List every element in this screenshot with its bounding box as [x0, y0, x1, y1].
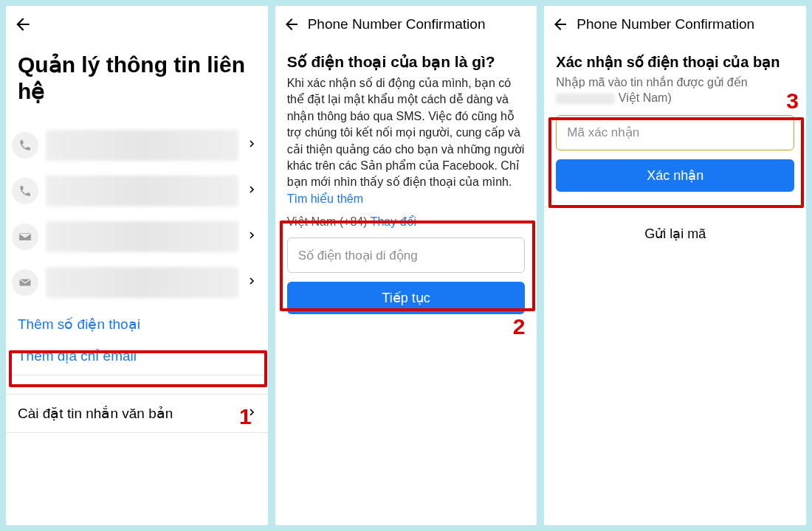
phone-number-input[interactable]: Số điện thoại di động — [287, 237, 526, 273]
explanation-text: Khi xác nhận số di động của mình, bạn có… — [287, 77, 525, 188]
body: Xác nhận số điện thoại của bạn Nhập mã v… — [544, 43, 806, 192]
code-placeholder: Mã xác nhận — [567, 125, 639, 140]
header-title: Phone Number Confirmation — [308, 16, 486, 32]
explanation-paragraph: Khi xác nhận số di động của mình, bạn có… — [287, 75, 526, 207]
redacted-number — [556, 94, 615, 104]
subtitle-post: Việt Nam) — [619, 91, 672, 104]
mail-icon — [12, 223, 38, 250]
contact-row-phone[interactable] — [6, 168, 268, 214]
page-title: Quản lý thông tin liên hệ — [6, 43, 268, 122]
sms-settings-row[interactable]: Cài đặt tin nhắn văn bản — [6, 394, 268, 433]
header-bar: Phone Number Confirmation — [544, 6, 806, 43]
header-bar — [6, 6, 268, 43]
confirm-label: Xác nhận — [647, 167, 703, 184]
divider — [6, 375, 268, 394]
change-country-link[interactable]: Thay đổi — [371, 215, 416, 228]
screen-phone-entry: Phone Number Confirmation Số điện thoại … — [275, 6, 537, 525]
phone-placeholder: Số điện thoại di động — [298, 248, 418, 263]
question-heading: Số điện thoại của bạn là gì? — [287, 53, 526, 71]
learn-more-link[interactable]: Tìm hiểu thêm — [287, 192, 363, 205]
sms-settings-label: Cài đặt tin nhắn văn bản — [18, 405, 173, 422]
back-arrow-icon[interactable] — [283, 15, 300, 33]
chevron-right-icon — [246, 138, 258, 153]
add-phone-link[interactable]: Thêm số điện thoại — [6, 305, 268, 343]
continue-button[interactable]: Tiếp tục — [287, 282, 526, 314]
contact-row-email[interactable] — [6, 214, 268, 260]
chevron-right-icon — [246, 229, 258, 244]
phone-icon — [12, 178, 38, 204]
resend-label: Gửi lại mã — [644, 226, 706, 242]
confirm-heading: Xác nhận số điện thoại của bạn — [556, 53, 794, 71]
screen-contact-management: Quản lý thông tin liên hệ — [6, 6, 268, 525]
phone-icon — [12, 132, 38, 159]
header-title: Phone Number Confirmation — [577, 16, 754, 32]
header-bar: Phone Number Confirmation — [275, 6, 537, 43]
country-prefix: Việt Nam (+84) — [287, 215, 368, 228]
back-arrow-icon[interactable] — [551, 15, 569, 33]
confirm-button[interactable]: Xác nhận — [556, 159, 794, 192]
country-code-line: Việt Nam (+84) Thay đổi — [287, 215, 526, 229]
continue-label: Tiếp tục — [382, 290, 430, 306]
back-arrow-icon[interactable] — [13, 15, 32, 34]
body: Số điện thoại của bạn là gì? Khi xác nhậ… — [275, 43, 537, 314]
contact-row-phone[interactable] — [6, 122, 268, 168]
redacted-value — [46, 176, 238, 206]
mail-icon — [12, 269, 38, 296]
annotation-number-2: 2 — [513, 314, 526, 339]
confirm-subtitle: Nhập mã vào tin nhắn được gửi đến Việt N… — [556, 75, 794, 106]
subtitle-pre: Nhập mã vào tin nhắn được gửi đến — [556, 76, 747, 88]
chevron-right-icon — [246, 406, 258, 422]
contact-row-email[interactable] — [6, 260, 268, 305]
chevron-right-icon — [246, 275, 258, 290]
redacted-value — [46, 267, 238, 298]
redacted-value — [46, 130, 238, 161]
add-email-link[interactable]: Thêm địa chỉ email — [6, 343, 268, 375]
screen-code-confirmation: Phone Number Confirmation Xác nhận số đi… — [544, 6, 806, 525]
confirmation-code-input[interactable]: Mã xác nhận — [556, 115, 794, 150]
chevron-right-icon — [246, 184, 258, 198]
resend-code-button[interactable]: Gửi lại mã — [556, 218, 794, 250]
divider — [544, 206, 806, 207]
redacted-value — [46, 221, 238, 252]
